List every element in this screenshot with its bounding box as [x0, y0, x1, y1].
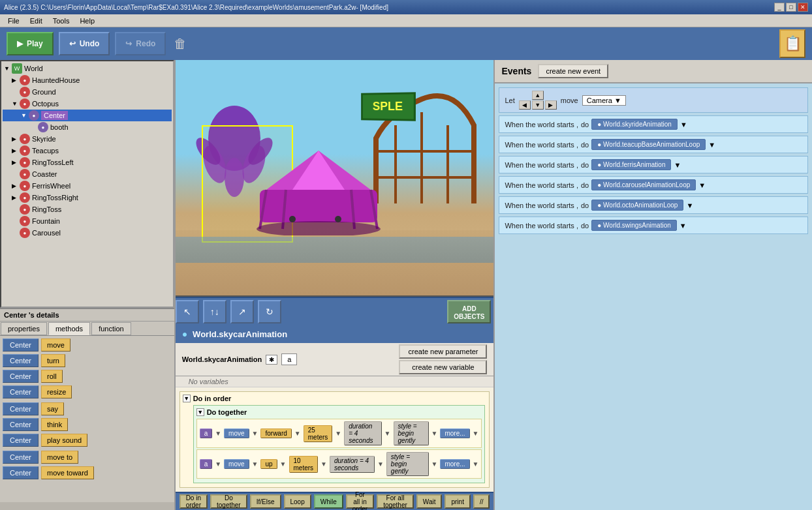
method-say: Center say: [3, 402, 172, 415]
method-turn: Center turn: [3, 354, 172, 367]
viewport-scene: SPLE: [176, 60, 494, 295]
object-tree[interactable]: ▼ W World ▶ ● HauntedHouse ● Ground ▼ ● …: [0, 60, 174, 308]
action-move-2[interactable]: move: [224, 459, 249, 469]
method-think: Center think: [3, 418, 172, 431]
minimize-button[interactable]: _: [774, 3, 785, 12]
event-method-4[interactable]: ● World.carouselAnimationLoop: [591, 179, 696, 190]
move-right-button[interactable]: ↗: [230, 300, 254, 323]
menu-file[interactable]: File: [3, 16, 25, 26]
move-forward-button[interactable]: ↑↓: [203, 300, 226, 323]
close-button[interactable]: ✕: [798, 3, 808, 12]
code-area: ● World.skycarAnimation World.skycarAnim…: [176, 325, 494, 510]
while-button[interactable]: While: [314, 494, 343, 509]
duration-2[interactable]: duration = 4 seconds: [330, 456, 375, 473]
tree-item-ferriswheel[interactable]: ▶ ● FerrisWheel: [3, 180, 172, 192]
event-method-5[interactable]: ● World.octoAnimationLoop: [591, 200, 683, 211]
clipboard-icon: 📋: [779, 29, 805, 58]
var-a-2[interactable]: a: [200, 459, 213, 469]
wait-button[interactable]: Wait: [416, 494, 443, 509]
method-dot-icon: ●: [597, 202, 603, 209]
style-1[interactable]: style = begin gently: [394, 421, 429, 445]
amount-25[interactable]: 25 meters: [304, 425, 333, 442]
tree-item-skyride[interactable]: ▶ ● Skyride: [3, 133, 172, 145]
tree-item-hauntedhouse[interactable]: ▶ ● HauntedHouse: [3, 74, 172, 86]
dir-forward[interactable]: forward: [260, 428, 291, 438]
obj-icon: ●: [20, 228, 30, 238]
menu-help[interactable]: Help: [74, 16, 100, 26]
event-row-6: When the world starts , do ● World.swing…: [499, 217, 808, 234]
comment-button[interactable]: //: [473, 494, 490, 509]
arrow-down[interactable]: ▼: [532, 100, 544, 110]
create-parameter-button[interactable]: create new parameter: [399, 344, 487, 359]
tree-item-carousel[interactable]: ● Carousel: [3, 227, 172, 239]
play-icon: ▶: [17, 39, 23, 48]
move-left-button[interactable]: ↖: [176, 300, 199, 323]
tree-item-teacups[interactable]: ▶ ● Teacups: [3, 145, 172, 157]
method-move: Center move: [3, 338, 172, 352]
tree-item-ringtoss[interactable]: ● RingToss: [3, 203, 172, 215]
add-objects-button[interactable]: ADDOBJECTS: [447, 300, 491, 323]
menu-bar: File Edit Tools Help: [0, 14, 812, 27]
style-2[interactable]: style = begin gently: [386, 452, 429, 476]
undo-button[interactable]: ↩ Undo: [59, 32, 110, 55]
duration-1[interactable]: duration = 4 seconds: [344, 421, 381, 445]
tree-item-ground[interactable]: ● Ground: [3, 86, 172, 98]
rotate-button[interactable]: ↻: [258, 300, 281, 323]
world-method-icon: ●: [182, 329, 187, 339]
let-action: move: [561, 97, 578, 104]
arrow-up[interactable]: ▲: [532, 91, 544, 100]
do-in-order-button[interactable]: Do in order: [180, 494, 208, 509]
event-method-2[interactable]: ● World.teacupBaseAnimationLoop: [591, 139, 706, 150]
if-else-button[interactable]: If/Else: [250, 494, 281, 509]
menu-tools[interactable]: Tools: [48, 16, 75, 26]
more-2[interactable]: more...: [440, 459, 469, 469]
create-event-button[interactable]: create new event: [538, 64, 608, 78]
world-icon: W: [12, 63, 22, 74]
redo-button[interactable]: ↪ Redo: [115, 32, 166, 55]
trash-button[interactable]: 🗑: [174, 37, 187, 52]
collapse-do-in-order[interactable]: ▼: [183, 395, 191, 402]
more-1[interactable]: more...: [440, 428, 469, 438]
dir-up[interactable]: up: [260, 459, 277, 469]
sub-icon: ●: [38, 122, 48, 132]
tab-function[interactable]: function: [91, 322, 131, 335]
green-sign: SPLE: [362, 92, 416, 121]
tree-item-center[interactable]: ▼ ● Center: [3, 110, 172, 121]
tab-methods[interactable]: methods: [48, 322, 90, 335]
collapse-do-together[interactable]: ▼: [196, 408, 204, 416]
events-title: Events: [501, 66, 531, 76]
tree-item-booth[interactable]: ● booth: [3, 121, 172, 133]
details-content: Center move Center turn Center roll Cent…: [0, 336, 174, 502]
arrow-right[interactable]: ▶: [545, 100, 557, 110]
tree-item-ringtossright[interactable]: ▶ ● RingTossRight: [3, 192, 172, 203]
tree-item-fountain[interactable]: ● Fountain: [3, 215, 172, 227]
tree-item-ringtossleft[interactable]: ▶ ● RingTossLeft: [3, 157, 172, 168]
action-move-1[interactable]: move: [224, 428, 249, 438]
amount-10[interactable]: 10 meters: [289, 456, 319, 473]
arrow-left[interactable]: ◀: [519, 100, 531, 110]
print-button[interactable]: print: [445, 494, 470, 509]
event-method-6[interactable]: ● World.swingsAnimation: [591, 220, 677, 231]
camera-dropdown[interactable]: Camera ▼: [582, 95, 626, 106]
tab-properties[interactable]: properties: [1, 322, 47, 335]
loop-button[interactable]: Loop: [284, 494, 311, 509]
event-method-1[interactable]: ● World.skyrideAnimation: [591, 119, 678, 130]
obj-icon: ●: [20, 134, 30, 144]
event-method-3[interactable]: ● World.ferrisAnimation: [591, 159, 671, 170]
obj-icon: ●: [20, 204, 30, 215]
menu-edit[interactable]: Edit: [25, 16, 48, 26]
var-a-1[interactable]: a: [200, 428, 213, 438]
for-all-in-order-button[interactable]: For all in order: [346, 494, 374, 509]
event-row-3: When the world starts , do ● World.ferri…: [499, 156, 808, 173]
param-a-label: a: [281, 353, 297, 365]
for-all-together-button[interactable]: For all together: [377, 494, 414, 509]
tree-item-world[interactable]: ▼ W World: [3, 63, 172, 74]
do-together-button[interactable]: Do together: [210, 494, 247, 509]
maximize-button[interactable]: □: [786, 3, 796, 12]
create-variable-button[interactable]: create new variable: [399, 360, 487, 374]
code-body[interactable]: ▼ Do in order ▼ Do together a: [176, 387, 494, 492]
play-button[interactable]: ▶ Play: [7, 32, 54, 55]
tree-item-octopus[interactable]: ▼ ● Octopus: [3, 98, 172, 110]
tree-item-coaster[interactable]: ● Coaster: [3, 168, 172, 180]
expand-world[interactable]: ▼: [4, 65, 12, 72]
